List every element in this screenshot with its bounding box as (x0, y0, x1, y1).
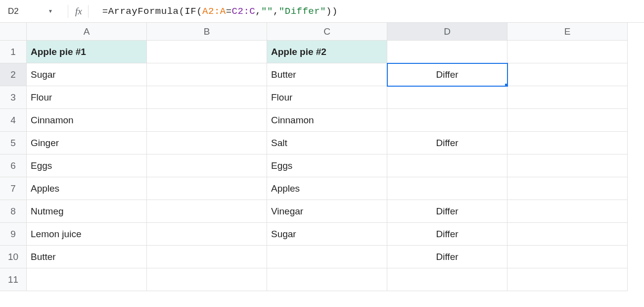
cell[interactable]: Sugar (27, 63, 147, 86)
row-header[interactable]: 7 (0, 177, 27, 200)
cell[interactable] (507, 200, 628, 223)
cell[interactable]: Cinnamon (27, 109, 147, 132)
formula-input[interactable]: =ArrayFormula(IF(A2:A=C2:C,"","Differ")) (94, 6, 644, 17)
cell[interactable] (147, 177, 267, 200)
divider (88, 5, 89, 18)
cell[interactable] (147, 268, 267, 291)
cell[interactable]: Butter (267, 63, 387, 86)
cell[interactable]: Flour (267, 86, 387, 109)
cell[interactable] (507, 154, 628, 177)
cell[interactable]: Eggs (27, 154, 147, 177)
cell[interactable] (507, 223, 628, 246)
column-header[interactable]: D (387, 23, 507, 41)
cell[interactable]: Vinegar (267, 200, 387, 223)
cell[interactable]: Salt (267, 132, 387, 154)
cell[interactable]: Differ (387, 200, 507, 223)
row-header[interactable]: 6 (0, 154, 27, 177)
divider (68, 5, 68, 18)
cell[interactable] (507, 246, 628, 268)
name-box-value: D2 (8, 6, 19, 16)
cell[interactable] (147, 223, 267, 246)
cell[interactable] (387, 41, 507, 63)
row-header[interactable]: 8 (0, 200, 27, 223)
cell[interactable]: Apples (27, 177, 147, 200)
cell[interactable] (387, 109, 507, 132)
cell[interactable] (507, 109, 628, 132)
cell[interactable]: Cinnamon (267, 109, 387, 132)
cell[interactable]: Differ (387, 132, 507, 154)
row-header[interactable]: 9 (0, 223, 27, 246)
cell[interactable]: Lemon juice (27, 223, 147, 246)
cell[interactable] (507, 86, 628, 109)
cell[interactable]: Apple pie #2 (267, 41, 387, 63)
row-header[interactable]: 3 (0, 86, 27, 109)
cell[interactable] (507, 63, 628, 86)
cell[interactable]: Nutmeg (27, 200, 147, 223)
fx-icon: fx (75, 6, 82, 17)
cell[interactable] (147, 63, 267, 86)
cell[interactable] (147, 86, 267, 109)
row-header[interactable]: 11 (0, 268, 27, 291)
formula-bar: D2 ▼ fx =ArrayFormula(IF(A2:A=C2:C,"","D… (0, 0, 644, 23)
cell[interactable]: Differ (387, 63, 507, 86)
cell[interactable] (27, 268, 147, 291)
column-header[interactable]: E (507, 23, 628, 41)
cell[interactable]: Differ (387, 246, 507, 268)
row-header[interactable]: 4 (0, 109, 27, 132)
cell[interactable] (507, 177, 628, 200)
cell[interactable]: Flour (27, 86, 147, 109)
column-header[interactable]: A (27, 23, 147, 41)
column-header[interactable]: C (267, 23, 387, 41)
row-header[interactable]: 2 (0, 63, 27, 86)
cell[interactable] (147, 246, 267, 268)
cell[interactable] (147, 200, 267, 223)
cell[interactable] (507, 132, 628, 154)
cell[interactable]: Ginger (27, 132, 147, 154)
chevron-down-icon[interactable]: ▼ (48, 8, 53, 14)
cell[interactable] (147, 41, 267, 63)
name-box[interactable]: D2 ▼ (4, 4, 61, 18)
row-header[interactable]: 1 (0, 41, 27, 63)
cell[interactable]: Apple pie #1 (27, 41, 147, 63)
spreadsheet-grid[interactable]: ABCDE1Apple pie #1Apple pie #22SugarButt… (0, 23, 644, 291)
cell[interactable]: Eggs (267, 154, 387, 177)
cell[interactable]: Sugar (267, 223, 387, 246)
cell[interactable] (507, 268, 628, 291)
cell[interactable] (507, 41, 628, 63)
cell[interactable] (147, 154, 267, 177)
cell[interactable] (147, 132, 267, 154)
cell[interactable] (147, 109, 267, 132)
cell[interactable]: Differ (387, 223, 507, 246)
cell[interactable]: Apples (267, 177, 387, 200)
select-all-corner[interactable] (0, 23, 27, 41)
row-header[interactable]: 10 (0, 246, 27, 268)
column-header[interactable]: B (147, 23, 267, 41)
cell[interactable] (267, 268, 387, 291)
cell[interactable]: Butter (27, 246, 147, 268)
cell[interactable] (267, 246, 387, 268)
row-header[interactable]: 5 (0, 132, 27, 154)
cell[interactable] (387, 177, 507, 200)
cell[interactable] (387, 268, 507, 291)
cell[interactable] (387, 86, 507, 109)
cell[interactable] (387, 154, 507, 177)
